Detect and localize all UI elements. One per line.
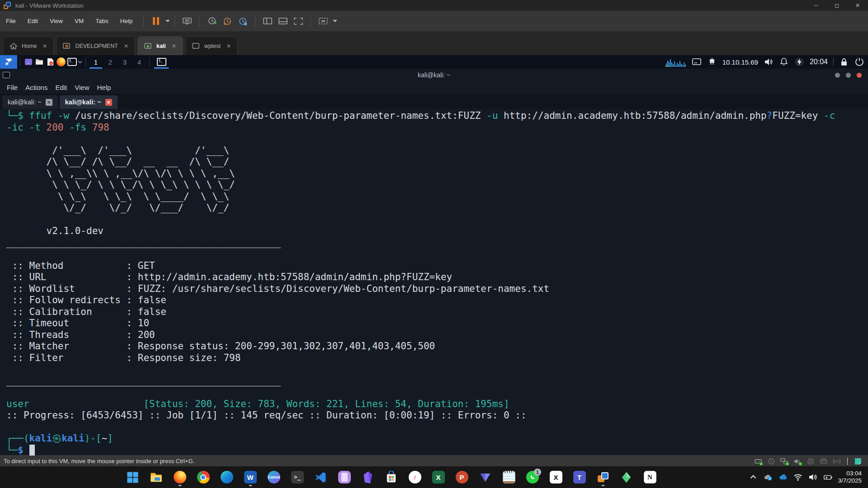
fullscreen-icon[interactable] bbox=[291, 14, 306, 29]
tab-development[interactable]: DEVELOPMENT ✕ bbox=[56, 36, 135, 55]
terminal-close-button[interactable] bbox=[857, 73, 862, 78]
terminal-maximize-button[interactable] bbox=[846, 73, 851, 78]
stretch-dropdown-icon[interactable] bbox=[316, 14, 331, 29]
capcut-icon[interactable]: X bbox=[549, 467, 563, 487]
cpu-graph[interactable] bbox=[665, 57, 686, 67]
menu-view[interactable]: View bbox=[44, 11, 69, 31]
volume-icon[interactable] bbox=[764, 57, 774, 67]
onedrive-icon[interactable] bbox=[778, 472, 788, 482]
network-plug-icon[interactable] bbox=[707, 57, 717, 67]
menu-file[interactable]: File bbox=[0, 11, 22, 31]
terminal-tab-close-icon[interactable]: ✕ bbox=[46, 99, 52, 106]
notion-icon[interactable]: N bbox=[643, 467, 657, 487]
tab-kali[interactable]: kali ✕ bbox=[137, 36, 183, 55]
terminal-menu-actions[interactable]: Actions bbox=[25, 84, 47, 91]
terminal-menu-help[interactable]: Help bbox=[97, 84, 111, 91]
wifi-icon[interactable] bbox=[793, 472, 803, 482]
minimize-button[interactable]: ─ bbox=[806, 0, 826, 11]
display-icon[interactable] bbox=[692, 57, 702, 67]
close-tab-icon[interactable]: ✕ bbox=[42, 43, 47, 49]
terminal-tab-close-icon[interactable]: ✕ bbox=[105, 99, 112, 106]
excel-icon[interactable]: X bbox=[431, 467, 445, 487]
cd-rom-icon[interactable] bbox=[767, 457, 776, 465]
stretch-dropdown-caret[interactable] bbox=[333, 20, 337, 22]
terminal-launcher-icon[interactable]: $_ bbox=[66, 56, 77, 67]
taskbar-clock[interactable]: 03:04 3/7/2025 bbox=[838, 470, 862, 485]
battery-icon[interactable] bbox=[823, 472, 833, 482]
pause-button[interactable] bbox=[148, 14, 164, 29]
terminal-minimize-button[interactable] bbox=[835, 73, 840, 78]
log-out-icon[interactable] bbox=[854, 57, 864, 67]
terminal-menu-file[interactable]: File bbox=[7, 84, 18, 91]
workspace-1[interactable]: 1 bbox=[89, 55, 103, 69]
terminal-menu-edit[interactable]: Edit bbox=[55, 84, 67, 91]
maximize-button[interactable]: ◻ bbox=[826, 0, 847, 11]
revert-snapshot-icon[interactable] bbox=[220, 14, 235, 29]
hard-disk-icon[interactable] bbox=[754, 457, 763, 465]
menu-vm[interactable]: VM bbox=[69, 11, 90, 31]
vpn-app-icon[interactable] bbox=[478, 467, 492, 487]
notes-icon[interactable] bbox=[854, 457, 863, 465]
windows-terminal-icon[interactable]: >_ bbox=[290, 467, 304, 487]
firefox-icon[interactable] bbox=[173, 467, 187, 487]
close-tab-icon[interactable]: ✕ bbox=[172, 43, 176, 49]
apple-music-icon[interactable]: ♪ bbox=[408, 467, 422, 487]
teams-icon[interactable]: T bbox=[572, 467, 586, 487]
terminal-dropdown-caret[interactable] bbox=[77, 60, 83, 64]
tab-wptest[interactable]: wptest ✕ bbox=[185, 36, 238, 55]
show-library-pane-icon[interactable] bbox=[260, 14, 275, 29]
obsidian-icon[interactable] bbox=[361, 467, 375, 487]
menu-help[interactable]: Help bbox=[114, 11, 139, 31]
volume-icon[interactable] bbox=[808, 472, 818, 482]
vmware-workstation-icon[interactable] bbox=[596, 467, 610, 487]
canva-icon[interactable]: Canva bbox=[267, 467, 281, 487]
text-editor-icon[interactable] bbox=[45, 56, 56, 67]
notifications-bell-icon[interactable] bbox=[779, 57, 789, 67]
close-tab-icon[interactable]: ✕ bbox=[124, 43, 128, 49]
workspace-4[interactable]: 4 bbox=[132, 55, 146, 69]
whatsapp-icon[interactable]: 1 bbox=[525, 467, 539, 487]
send-ctrl-alt-del-icon[interactable] bbox=[179, 14, 195, 29]
menu-tabs[interactable]: Tabs bbox=[90, 11, 114, 31]
network-adapter-icon[interactable] bbox=[780, 457, 789, 465]
terminal-tab-1[interactable]: kali@kali: ~ ✕ bbox=[2, 95, 58, 109]
lock-screen-icon[interactable] bbox=[839, 57, 849, 67]
cloud-paused-icon[interactable]: i bbox=[763, 472, 773, 482]
panel-clock[interactable]: 20:04 bbox=[810, 58, 828, 66]
file-manager-icon[interactable] bbox=[34, 56, 45, 67]
signal-icon[interactable] bbox=[832, 457, 841, 465]
edge-icon[interactable] bbox=[220, 467, 234, 487]
word-icon[interactable]: W bbox=[243, 467, 257, 487]
microsoft-store-icon[interactable] bbox=[384, 467, 398, 487]
power-manager-icon[interactable] bbox=[794, 57, 804, 67]
close-tab-icon[interactable]: ✕ bbox=[226, 43, 231, 49]
take-snapshot-icon[interactable] bbox=[204, 14, 220, 29]
files-app-icon[interactable] bbox=[23, 56, 34, 67]
file-explorer-icon[interactable] bbox=[149, 467, 163, 487]
workspace-2[interactable]: 2 bbox=[103, 55, 118, 69]
running-terminal-window-button[interactable]: $_ bbox=[152, 55, 170, 69]
notepad-icon[interactable] bbox=[502, 467, 516, 487]
show-thumbnail-bar-icon[interactable] bbox=[275, 14, 291, 29]
menu-edit[interactable]: Edit bbox=[22, 11, 44, 31]
phone-link-icon[interactable] bbox=[337, 467, 351, 487]
terminal-titlebar[interactable]: kali@kali: ~ bbox=[0, 69, 868, 81]
hidden-icons-chevron[interactable] bbox=[748, 472, 758, 482]
sound-icon[interactable] bbox=[793, 457, 802, 465]
firefox-icon[interactable] bbox=[56, 56, 66, 67]
terminal-output[interactable]: └─$ ffuf -w /usr/share/seclists/Discover… bbox=[0, 109, 868, 456]
vscode-icon[interactable] bbox=[314, 467, 328, 487]
close-button[interactable]: ✕ bbox=[847, 0, 868, 11]
terminal-menu-view[interactable]: View bbox=[75, 84, 89, 91]
power-dropdown-caret[interactable] bbox=[165, 20, 170, 22]
ip-address[interactable]: 10.10.15.69 bbox=[722, 58, 758, 66]
usb-icon[interactable] bbox=[806, 457, 815, 465]
tab-home[interactable]: Home ✕ bbox=[3, 36, 54, 55]
terminal-tab-2[interactable]: kali@kali: ~ ✕ bbox=[60, 95, 118, 109]
chrome-icon[interactable] bbox=[196, 467, 210, 487]
printer-icon[interactable] bbox=[819, 457, 828, 465]
start-icon[interactable] bbox=[126, 467, 140, 487]
kali-menu-button[interactable] bbox=[0, 55, 17, 69]
sims-icon[interactable] bbox=[619, 467, 633, 487]
workspace-3[interactable]: 3 bbox=[118, 55, 132, 69]
